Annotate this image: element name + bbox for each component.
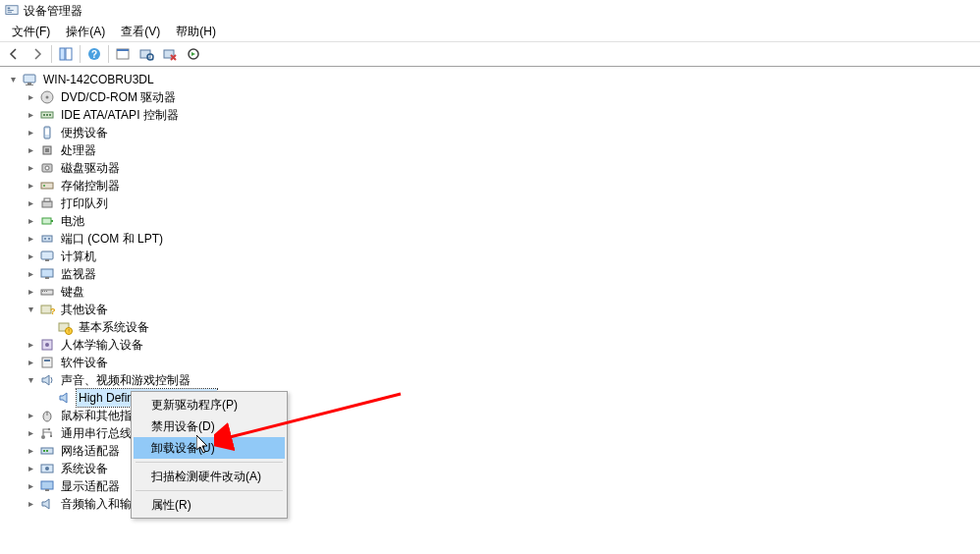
battery-icon — [39, 213, 55, 229]
svg-rect-54 — [42, 358, 52, 367]
svg-rect-5 — [66, 48, 72, 60]
computer-icon — [22, 72, 37, 87]
chevron-right-icon[interactable]: ▸ — [24, 179, 37, 193]
enable-button[interactable] — [183, 43, 204, 65]
help-button[interactable]: ? — [83, 43, 105, 65]
svg-rect-22 — [46, 114, 48, 116]
tree-category-label: 其他设备 — [59, 301, 110, 318]
audio-icon — [39, 496, 55, 512]
chevron-right-icon[interactable]: ▸ — [24, 143, 37, 157]
other-icon: ? — [39, 302, 55, 317]
chevron-right-icon[interactable]: ▸ — [24, 232, 37, 246]
chevron-right-icon[interactable]: ▸ — [24, 126, 37, 139]
computer-icon — [39, 249, 55, 264]
tree-category-label: 人体学输入设备 — [59, 336, 145, 354]
menu-separator — [136, 490, 283, 491]
tree-category[interactable]: ▾声音、视频和游戏控制器 — [6, 371, 980, 389]
chevron-right-icon[interactable]: ▸ — [24, 479, 37, 493]
chevron-right-icon[interactable]: ▸ — [24, 249, 37, 263]
unknown-icon: ! — [57, 319, 73, 335]
chevron-right-icon[interactable]: ▸ — [24, 196, 37, 210]
menu-properties[interactable]: 属性(R) — [134, 494, 285, 516]
menu-scan-hardware[interactable]: 扫描检测硬件改动(A) — [134, 466, 285, 487]
tree-category-label: 显示适配器 — [59, 477, 122, 495]
menu-uninstall-device[interactable]: 卸载设备(U) — [134, 437, 285, 459]
chevron-right-icon[interactable]: ▸ — [24, 409, 37, 422]
chevron-right-icon[interactable]: ▸ — [24, 497, 37, 511]
menu-action[interactable]: 操作(A) — [58, 22, 113, 42]
tree-category[interactable]: ▸DVD/CD-ROM 驱动器 — [6, 88, 980, 106]
chevron-right-icon[interactable]: ▸ — [24, 444, 37, 458]
chevron-down-icon[interactable]: ▾ — [24, 373, 37, 387]
menu-separator — [136, 462, 283, 463]
tree-category[interactable]: ▸磁盘驱动器 — [6, 159, 980, 177]
chevron-right-icon[interactable]: ▸ — [24, 90, 37, 104]
tree-category[interactable]: ▸电池 — [6, 212, 980, 230]
tree-category[interactable]: ▸端口 (COM 和 LPT) — [6, 230, 980, 248]
chevron-right-icon[interactable]: ▸ — [24, 161, 37, 175]
ide-icon — [39, 107, 55, 123]
properties-button[interactable] — [112, 43, 134, 65]
tree-category[interactable]: ▸打印队列 — [6, 194, 980, 212]
tree-category[interactable]: ▸软件设备 — [6, 354, 980, 371]
uninstall-button[interactable] — [159, 43, 181, 65]
chevron-right-icon[interactable]: ▸ — [24, 108, 37, 122]
svg-rect-21 — [43, 114, 45, 116]
chevron-right-icon[interactable]: ▸ — [24, 338, 37, 352]
disc-icon — [39, 89, 55, 105]
menu-file[interactable]: 文件(F) — [4, 22, 58, 42]
tree-category-label: 软件设备 — [59, 354, 110, 371]
menu-help[interactable]: 帮助(H) — [168, 22, 224, 42]
usb-icon — [39, 425, 55, 441]
window-title: 设备管理器 — [24, 3, 82, 20]
tree-category[interactable]: ▸人体学输入设备 — [6, 336, 980, 354]
show-hide-tree-button[interactable] — [55, 43, 77, 65]
software-icon — [39, 355, 55, 370]
chevron-down-icon[interactable]: ▾ — [6, 73, 20, 86]
chevron-right-icon[interactable]: ▸ — [24, 426, 37, 440]
tree-root-label: WIN-142COBRU3DL — [41, 71, 156, 88]
svg-rect-35 — [51, 220, 53, 222]
tree-category[interactable]: ▸处理器 — [6, 141, 980, 159]
tree-category[interactable]: ▸便携设备 — [6, 124, 980, 141]
svg-point-58 — [41, 435, 45, 439]
tree-root[interactable]: ▾ WIN-142COBRU3DL — [6, 71, 980, 88]
scan-hardware-button[interactable] — [136, 43, 157, 65]
tree-category-label: 便携设备 — [59, 124, 110, 141]
nav-forward-button[interactable] — [27, 43, 48, 65]
tree-category[interactable]: ▸计算机 — [6, 248, 980, 265]
tree-category-label: 计算机 — [59, 248, 98, 265]
tree-category[interactable]: ▸监视器 — [6, 265, 980, 283]
tree-device[interactable]: !基本系统设备 — [6, 318, 980, 336]
sound-icon — [39, 372, 55, 388]
svg-rect-23 — [49, 114, 51, 116]
system-icon — [39, 461, 55, 476]
svg-point-65 — [45, 467, 49, 471]
tree-category-label: 端口 (COM 和 LPT) — [59, 230, 165, 248]
menu-update-driver[interactable]: 更新驱动程序(P) — [134, 394, 285, 416]
tree-category[interactable]: ▸存储控制器 — [6, 177, 980, 194]
chevron-right-icon[interactable]: ▸ — [24, 267, 37, 281]
chevron-right-icon[interactable]: ▸ — [24, 214, 37, 228]
context-menu: 更新驱动程序(P) 禁用设备(D) 卸载设备(U) 扫描检测硬件改动(A) 属性… — [131, 391, 288, 519]
nav-back-button[interactable] — [3, 43, 25, 65]
tree-category-label: 处理器 — [59, 141, 98, 159]
tree-category[interactable]: ▸IDE ATA/ATAPI 控制器 — [6, 106, 980, 124]
tree-category[interactable]: ▾?其他设备 — [6, 301, 980, 318]
mouse-icon — [39, 408, 55, 423]
menu-view[interactable]: 查看(V) — [113, 22, 168, 42]
display-icon — [39, 478, 55, 494]
svg-rect-45 — [44, 291, 45, 292]
tree-category-label: 网络适配器 — [59, 442, 122, 460]
menu-disable-device[interactable]: 禁用设备(D) — [134, 416, 285, 437]
tree-category-label: 键盘 — [59, 283, 86, 301]
toolbar-separator — [108, 45, 109, 63]
chevron-right-icon[interactable]: ▸ — [24, 356, 37, 369]
tree-category[interactable]: ▸键盘 — [6, 283, 980, 301]
svg-point-37 — [44, 238, 46, 240]
chevron-right-icon[interactable]: ▸ — [24, 462, 37, 475]
chevron-down-icon[interactable]: ▾ — [24, 303, 37, 316]
chevron-right-icon[interactable]: ▸ — [24, 285, 37, 299]
storage-icon — [39, 178, 55, 194]
svg-rect-40 — [45, 259, 49, 261]
